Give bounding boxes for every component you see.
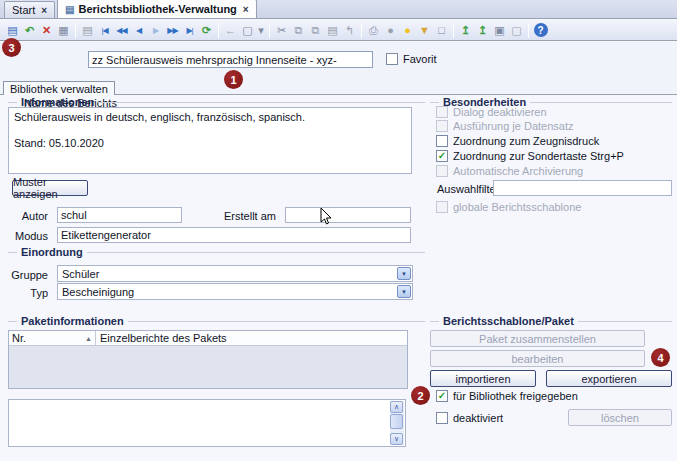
- erstellt-am-input[interactable]: [285, 207, 411, 223]
- typ-dropdown-arrow-icon[interactable]: ▼: [397, 285, 411, 298]
- modus-label: Modus: [0, 230, 48, 242]
- selection-icon[interactable]: □: [433, 21, 450, 39]
- annotation-circle-2: 2: [411, 386, 430, 405]
- deaktiviert-checkbox[interactable]: ✓ deaktiviert: [436, 412, 503, 424]
- paste-special-icon[interactable]: ↰: [341, 21, 358, 39]
- notes-scrollbar[interactable]: ∧ ∨: [390, 401, 404, 445]
- typ-label: Typ: [0, 287, 48, 299]
- einordnung-group-header: Einordnung: [8, 246, 425, 258]
- tab-berichtsbibliothek[interactable]: ▤ Berichtsbibliothek-Verwaltung ×: [57, 0, 257, 18]
- template-doc-icon[interactable]: ▢: [508, 21, 525, 39]
- erstellt-am-label: Erstellt am: [210, 210, 276, 222]
- scroll-up-icon[interactable]: ∧: [390, 401, 403, 413]
- exportieren-button[interactable]: exportieren: [546, 370, 672, 387]
- informationen-text-line2: Stand: 05.10.2020: [14, 137, 406, 150]
- report-tab-icon: ▤: [65, 4, 74, 15]
- gruppe-label: Gruppe: [0, 269, 48, 281]
- gruppe-dropdown[interactable]: Schüler ▼: [57, 265, 413, 282]
- next-record-icon[interactable]: ▶: [147, 21, 164, 39]
- toolbar-separator: [361, 23, 362, 38]
- copy-record-icon[interactable]: ▤: [79, 21, 96, 39]
- gruppe-value: Schüler: [62, 268, 99, 280]
- archive-lock-icon[interactable]: ▣: [491, 21, 508, 39]
- main-toolbar: ▤ ↶ ✕ ▦ ▤ |◀ ◀◀ ◀ ▶ ▶▶ ▶| ⟳ ← ▢ ▾ ✂ ⧉ ⧉ …: [0, 20, 677, 41]
- tab-berichtsbibliothek-label: Berichtsbibliothek-Verwaltung: [79, 3, 237, 15]
- gruppe-dropdown-arrow-icon[interactable]: ▼: [397, 267, 411, 280]
- duplicate-icon[interactable]: ⧉: [307, 21, 324, 39]
- paket-table-header[interactable]: Nr. ▲ Einzelberichte des Pakets: [9, 331, 407, 346]
- tab-start[interactable]: Start ×: [4, 1, 55, 18]
- copy-icon[interactable]: ⧉: [290, 21, 307, 39]
- tab-bibliothek-verwalten[interactable]: Bibliothek verwalten: [3, 81, 115, 95]
- paket-table[interactable]: Nr. ▲ Einzelberichte des Pakets: [8, 330, 408, 389]
- dataset-form-icon[interactable]: ▦: [55, 21, 72, 39]
- cut-icon[interactable]: ✂: [273, 21, 290, 39]
- previous-record-icon[interactable]: ◀: [130, 21, 147, 39]
- column-nr[interactable]: Nr.: [9, 332, 85, 344]
- berichtsschablone-title: Berichtsschablone/Paket: [443, 315, 574, 327]
- hint-bulb-icon[interactable]: ●: [399, 21, 416, 39]
- berichtsbibliothek-window: Start × ▤ Berichtsbibliothek-Verwaltung …: [0, 0, 677, 461]
- back-icon[interactable]: ←: [222, 21, 239, 39]
- import2-icon[interactable]: ↥: [474, 21, 491, 39]
- informationen-textarea[interactable]: Schülerausweis in deutsch, englisch, fra…: [8, 107, 412, 174]
- toolbar-separator: [75, 23, 76, 38]
- scrollbar-thumb[interactable]: [390, 414, 403, 429]
- ausfuehrung-je-datensatz-checkbox: ✓ Ausführung je Datensatz: [436, 120, 573, 132]
- zuordnung-zeugnisdruck-checkbox[interactable]: ✓ Zuordnung zum Zeugnisdruck: [436, 135, 599, 147]
- tab-start-close-icon[interactable]: ×: [41, 5, 47, 16]
- import-icon[interactable]: ↥: [457, 21, 474, 39]
- tab-berichtsbibliothek-close-icon[interactable]: ×: [243, 4, 249, 15]
- new-report-dropdown-icon[interactable]: ▾: [256, 21, 266, 39]
- paketinformationen-title: Paketinformationen: [21, 315, 124, 327]
- annotation-circle-4: 4: [651, 348, 670, 367]
- tab-start-label: Start: [12, 4, 35, 16]
- paketinformationen-group-header: Paketinformationen: [8, 315, 425, 327]
- typ-dropdown[interactable]: Bescheinigung ▼: [57, 283, 413, 300]
- autor-label: Autor: [0, 210, 48, 222]
- paket-notes-textarea[interactable]: ∧ ∨: [8, 399, 406, 447]
- zuordnung-sondertaste-checkbox[interactable]: ✓ Zuordnung zur Sondertaste Strg+P: [436, 150, 624, 162]
- fast-forward-icon[interactable]: ▶▶: [164, 21, 181, 39]
- berichtsschablone-group-header: Berichtsschablone/Paket: [430, 315, 672, 327]
- einordnung-title: Einordnung: [21, 246, 83, 258]
- help-icon[interactable]: ?: [532, 21, 549, 39]
- auswahlfilter-input[interactable]: [493, 180, 672, 196]
- globale-berichtsschablone-checkbox: ✓ globale Berichtsschablone: [436, 201, 581, 213]
- favorit-checkbox-box[interactable]: ✓: [386, 53, 398, 65]
- loeschen-button: löschen: [568, 409, 672, 426]
- muster-anzeigen-button[interactable]: Muster anzeigen: [12, 180, 88, 196]
- column-einzelberichte[interactable]: Einzelberichte des Pakets: [96, 332, 227, 344]
- undo-icon[interactable]: ↶: [21, 21, 38, 39]
- autor-input[interactable]: [57, 207, 182, 223]
- toolbar-separator: [453, 23, 454, 38]
- favorit-label: Favorit: [403, 53, 437, 65]
- paket-zusammenstellen-button: Paket zusammenstellen: [430, 330, 645, 347]
- mouse-cursor: [320, 207, 333, 226]
- delete-icon[interactable]: ✕: [38, 21, 55, 39]
- informationen-text-line1: Schülerausweis in deutsch, englisch, fra…: [14, 111, 406, 124]
- save-icon[interactable]: ▤: [4, 21, 21, 39]
- importieren-button[interactable]: importieren: [430, 370, 536, 387]
- refresh-icon[interactable]: ⟳: [198, 21, 215, 39]
- scroll-down-icon[interactable]: ∨: [390, 433, 403, 445]
- preview-icon[interactable]: ●: [382, 21, 399, 39]
- tab-strip: Start × ▤ Berichtsbibliothek-Verwaltung …: [0, 0, 677, 19]
- first-record-icon[interactable]: |◀: [96, 21, 113, 39]
- modus-input[interactable]: [57, 227, 411, 243]
- favorit-checkbox[interactable]: ✓ Favorit: [386, 53, 437, 65]
- paste-icon[interactable]: ▤: [324, 21, 341, 39]
- tab-bibliothek-verwalten-label: Bibliothek verwalten: [10, 83, 108, 95]
- funnel-icon[interactable]: ▼: [416, 21, 433, 39]
- fuer-bibliothek-freigegeben-checkbox[interactable]: ✓ für Bibliothek freigegeben: [436, 390, 578, 402]
- annotation-circle-3: 3: [2, 38, 21, 57]
- typ-value: Bescheinigung: [62, 286, 134, 298]
- report-name-input[interactable]: [88, 51, 373, 68]
- toolbar-separator: [528, 23, 529, 38]
- new-report-icon[interactable]: ▢: [239, 21, 256, 39]
- print-icon[interactable]: ⎙: [365, 21, 382, 39]
- toolbar-separator: [218, 23, 219, 38]
- fast-back-icon[interactable]: ◀◀: [113, 21, 130, 39]
- last-record-icon[interactable]: ▶|: [181, 21, 198, 39]
- toolbar-separator: [269, 23, 270, 38]
